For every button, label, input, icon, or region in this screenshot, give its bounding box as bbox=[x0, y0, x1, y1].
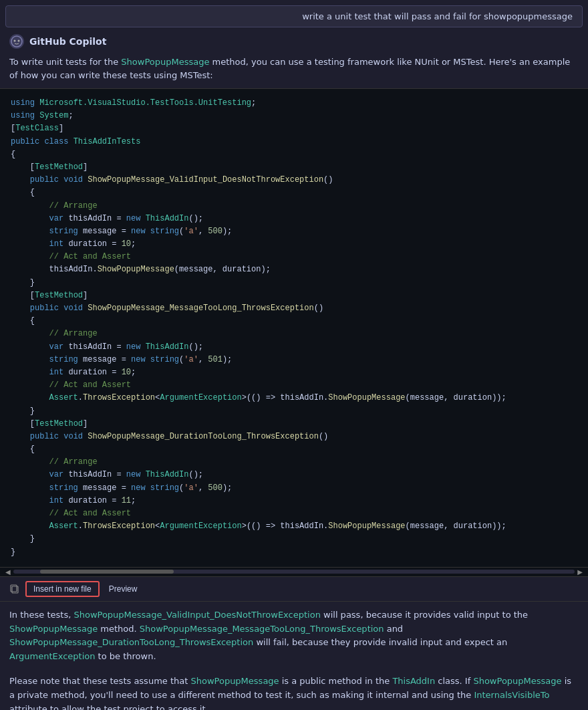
followup-part1: In these tests, bbox=[9, 610, 74, 620]
insert-new-file-button[interactable]: Insert in new file bbox=[25, 581, 100, 597]
copilot-header: GitHub Copilot bbox=[0, 27, 588, 53]
preview-button[interactable]: Preview bbox=[102, 582, 144, 596]
link-argument-exception[interactable]: ArgumentException bbox=[9, 651, 95, 661]
link-showpopup-method[interactable]: ShowPopupMessage bbox=[9, 624, 98, 634]
intro-text-1: To write unit tests for the bbox=[9, 57, 121, 67]
scroll-right-arrow[interactable]: ▶ bbox=[575, 568, 585, 576]
copilot-intro: To write unit tests for the ShowPopupMes… bbox=[0, 53, 588, 88]
copilot-avatar bbox=[9, 34, 24, 49]
note-explanation: Please note that these tests assume that… bbox=[0, 669, 588, 710]
svg-point-2 bbox=[18, 40, 20, 42]
preview-label: Preview bbox=[109, 584, 138, 594]
link-internals-visible[interactable]: InternalsVisibleTo bbox=[474, 690, 549, 700]
followup-part4: and bbox=[384, 624, 404, 634]
scroll-left-arrow[interactable]: ◀ bbox=[3, 568, 13, 576]
copilot-title: GitHub Copilot bbox=[29, 36, 106, 47]
svg-point-0 bbox=[11, 36, 22, 47]
followup-part6: to be thrown. bbox=[95, 651, 156, 661]
followup-part2: will pass, because it provides valid inp… bbox=[321, 610, 528, 620]
code-block: using Microsoft.VisualStudio.TestTools.U… bbox=[0, 88, 588, 568]
followup-explanation: In these tests, ShowPopupMessage_ValidIn… bbox=[0, 602, 588, 669]
code-action-bar: Insert in new file Preview bbox=[0, 577, 588, 602]
intro-link-showpopup[interactable]: ShowPopupMessage bbox=[121, 57, 209, 67]
link-showpopup-private[interactable]: ShowPopupMessage bbox=[473, 676, 561, 686]
horizontal-scrollbar[interactable]: ◀ ▶ bbox=[0, 568, 588, 577]
link-showpopup-public[interactable]: ShowPopupMessage bbox=[190, 676, 279, 686]
followup-part5: will fail, because they provide invalid … bbox=[253, 637, 507, 647]
note-part2: is a public method in the bbox=[279, 676, 393, 686]
scrollbar-thumb[interactable] bbox=[40, 570, 174, 574]
followup-part3: method. bbox=[98, 624, 140, 634]
prompt-tooltip: write a unit test that will pass and fai… bbox=[5, 5, 583, 27]
note-part5: attribute to allow the test project to a… bbox=[9, 704, 208, 710]
scrollbar-track[interactable] bbox=[13, 570, 575, 574]
svg-point-1 bbox=[14, 40, 16, 42]
link-message-too-long[interactable]: ShowPopupMessage_MessageTooLong_ThrowsEx… bbox=[140, 624, 384, 634]
copilot-panel: GitHub Copilot To write unit tests for t… bbox=[0, 27, 588, 710]
note-part3: class. If bbox=[435, 676, 473, 686]
link-thisaddin-class[interactable]: ThisAddIn bbox=[392, 676, 435, 686]
insert-label: Insert in new file bbox=[33, 584, 92, 594]
copy-button[interactable] bbox=[7, 582, 23, 596]
tooltip-text: write a unit test that will pass and fai… bbox=[302, 11, 573, 21]
link-valid-input[interactable]: ShowPopupMessage_ValidInput_DoesNotThrow… bbox=[74, 610, 320, 620]
link-duration-too-long[interactable]: ShowPopupMessage_DurationTooLong_ThrowsE… bbox=[9, 637, 253, 647]
note-part1: Please note that these tests assume that bbox=[9, 676, 190, 686]
